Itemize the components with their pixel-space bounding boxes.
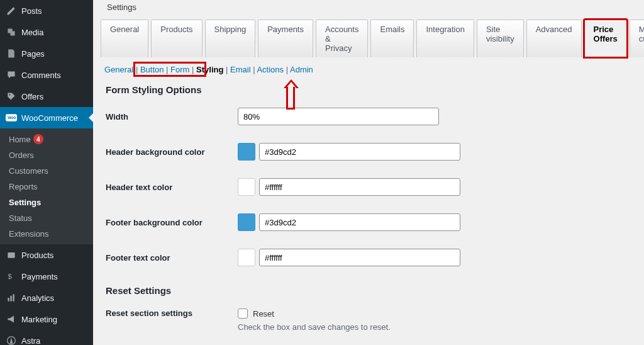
tab-multi-currency[interactable]: Multi-currency (630, 20, 644, 57)
submenu-status[interactable]: Status (0, 210, 93, 226)
swatch-header-bg[interactable] (238, 143, 255, 161)
reset-table: Reset section settings Reset Check the b… (93, 300, 644, 341)
tab-general[interactable]: General (101, 20, 148, 57)
subtab-styling[interactable]: Styling (196, 65, 223, 74)
sidebar-item-payments[interactable]: $ Payments (0, 266, 93, 287)
woo-icon: woo (5, 111, 18, 124)
tab-payments[interactable]: Payments (258, 20, 313, 57)
label-footer-text: Footer text color (106, 253, 238, 263)
sidebar-item-label: Analytics (21, 293, 54, 303)
megaphone-icon (5, 313, 18, 325)
label-reset-section: Reset section settings (106, 308, 238, 318)
product-icon (5, 249, 18, 261)
woo-submenu: Home 4 Orders Customers Reports Settings… (0, 128, 93, 244)
form-styling-table: Width Header background color Header tex… (93, 99, 644, 275)
pin-icon (5, 4, 18, 17)
row-header-bg: Header background color (106, 134, 631, 169)
sub-tabs: General | Button | Form | Styling | Emai… (93, 57, 644, 74)
label-header-text: Header text color (106, 183, 238, 192)
sidebar-item-astra[interactable]: Astra (0, 330, 93, 345)
submenu-settings[interactable]: Settings (0, 195, 93, 210)
input-width[interactable] (238, 108, 439, 125)
sidebar-item-label: Marketing (21, 315, 57, 324)
subtab-actions[interactable]: Actions (257, 65, 284, 74)
page-icon (5, 47, 18, 60)
subtab-general[interactable]: General (104, 65, 133, 74)
sidebar-item-marketing[interactable]: Marketing (0, 308, 93, 330)
tab-price-offers[interactable]: Price Offers (584, 20, 627, 57)
input-footer-bg[interactable] (259, 213, 460, 231)
tab-integration[interactable]: Integration (416, 20, 474, 57)
sidebar-item-label: Media (21, 28, 43, 37)
swatch-footer-text[interactable] (238, 249, 255, 266)
swatch-header-text[interactable] (238, 178, 255, 196)
settings-tabs: General Products Shipping Payments Accou… (101, 20, 636, 57)
home-badge: 4 (33, 134, 43, 144)
row-width: Width (106, 99, 631, 134)
section-reset: Reset Settings (93, 275, 644, 300)
svg-rect-5 (8, 298, 9, 302)
svg-rect-6 (10, 296, 11, 302)
sidebar-item-analytics[interactable]: Analytics (0, 287, 93, 308)
subtab-form[interactable]: Form (170, 65, 189, 74)
input-footer-text[interactable] (259, 249, 460, 266)
label-width: Width (106, 112, 238, 122)
sidebar-item-label: Payments (21, 272, 58, 281)
admin-sidebar: Posts Media Pages Comments Offers woo Wo… (0, 0, 93, 345)
sidebar-item-products[interactable]: Products (0, 244, 93, 266)
checkbox-reset[interactable] (238, 308, 248, 319)
sidebar-item-label: Astra (21, 336, 40, 346)
tab-site-visibility[interactable]: Site visibility (477, 20, 524, 57)
submenu-orders[interactable]: Orders (0, 147, 93, 163)
payment-icon: $ (5, 270, 18, 283)
svg-text:woo: woo (7, 115, 16, 120)
submenu-extensions[interactable]: Extensions (0, 226, 93, 242)
section-form-styling: Form Styling Options (93, 74, 644, 99)
offer-icon (5, 90, 18, 103)
sidebar-item-label: Posts (21, 6, 42, 16)
sidebar-item-label: Offers (21, 92, 43, 101)
media-icon (5, 26, 18, 38)
subtab-email[interactable]: Email (230, 65, 251, 74)
sidebar-item-label: Comments (21, 71, 61, 80)
tab-accounts-privacy[interactable]: Accounts & Privacy (316, 20, 368, 57)
row-reset: Reset section settings Reset Check the b… (106, 300, 631, 341)
submenu-customers[interactable]: Customers (0, 163, 93, 179)
astra-icon (5, 334, 18, 345)
analytics-icon (5, 291, 18, 304)
submenu-reports[interactable]: Reports (0, 179, 93, 195)
input-header-bg[interactable] (259, 143, 460, 161)
label-header-bg: Header background color (106, 147, 238, 157)
svg-rect-3 (8, 252, 14, 258)
submenu-home[interactable]: Home 4 (0, 131, 93, 147)
submenu-label: Home (9, 135, 31, 144)
label-footer-bg: Footer background color (106, 218, 238, 227)
sidebar-item-posts[interactable]: Posts (0, 0, 93, 21)
sidebar-item-comments[interactable]: Comments (0, 64, 93, 86)
sidebar-item-pages[interactable]: Pages (0, 43, 93, 64)
row-footer-bg: Footer background color (106, 205, 631, 240)
sidebar-item-label: WooCommerce (21, 113, 78, 123)
svg-text:$: $ (8, 273, 12, 280)
swatch-footer-bg[interactable] (238, 213, 255, 231)
reset-description: Check the box and save changes to reset. (238, 319, 391, 332)
sidebar-item-media[interactable]: Media (0, 21, 93, 43)
sidebar-item-woocommerce[interactable]: woo WooCommerce (0, 107, 93, 128)
row-header-text: Header text color (106, 169, 631, 205)
tab-shipping[interactable]: Shipping (205, 20, 256, 57)
tab-emails[interactable]: Emails (370, 20, 414, 57)
sidebar-item-label: Products (21, 251, 53, 260)
input-header-text[interactable] (259, 178, 460, 196)
sidebar-item-offers[interactable]: Offers (0, 86, 93, 107)
main-content: Settings General Products Shipping Payme… (93, 0, 644, 345)
page-title: Settings (107, 3, 136, 12)
row-footer-text: Footer text color (106, 240, 631, 275)
svg-rect-7 (13, 294, 14, 301)
tab-advanced[interactable]: Advanced (526, 20, 582, 57)
tab-products[interactable]: Products (151, 20, 202, 57)
subtab-admin[interactable]: Admin (290, 65, 313, 74)
page-heading: Settings (93, 0, 644, 20)
comment-icon (5, 69, 18, 81)
subtab-button[interactable]: Button (140, 65, 164, 74)
svg-point-0 (9, 94, 11, 96)
